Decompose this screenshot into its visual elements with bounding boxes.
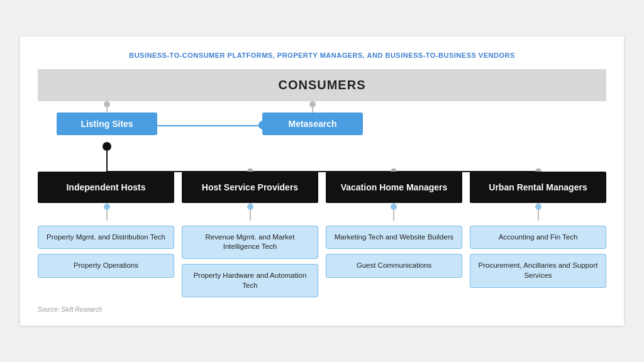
metasearch-box: Metasearch bbox=[262, 112, 363, 135]
diagram-card: BUSINESS-TO-CONSUMER PLATFORMS, PROPERTY… bbox=[20, 36, 624, 326]
meta-dot bbox=[258, 121, 267, 129]
col-independent-hosts: Property Mgmt. and Distribution Tech Pro… bbox=[38, 226, 174, 297]
source-label: Source: Skift Research bbox=[38, 306, 606, 313]
col-vacation-home: Marketing Tech and Website Builders Gues… bbox=[326, 226, 462, 297]
svg-point-1 bbox=[104, 101, 110, 107]
urban-rental-managers-box: Urban Rental Managers bbox=[470, 172, 606, 203]
col-urban-rental: Accounting and Fin Tech Procurement, Anc… bbox=[470, 226, 606, 297]
consumers-bar: CONSUMERS bbox=[38, 69, 606, 101]
independent-hosts-box: Independent Hosts bbox=[38, 172, 174, 203]
card-marketing-tech: Marketing Tech and Website Builders bbox=[326, 226, 462, 250]
listing-sites-box: Listing Sites bbox=[57, 112, 157, 135]
four-boxes-row: Independent Hosts Host Service Providers… bbox=[38, 172, 606, 203]
svg-point-17 bbox=[247, 204, 253, 210]
blue-cards-section: Property Mgmt. and Distribution Tech Pro… bbox=[38, 226, 606, 297]
svg-point-4 bbox=[103, 142, 111, 151]
svg-point-15 bbox=[104, 204, 110, 210]
card-property-operations: Property Operations bbox=[38, 254, 174, 278]
card-property-hardware: Property Hardware and Automation Tech bbox=[182, 264, 318, 297]
svg-point-19 bbox=[391, 204, 397, 210]
card-property-mgmt: Property Mgmt. and Distribution Tech bbox=[38, 226, 174, 250]
svg-point-3 bbox=[309, 101, 316, 107]
vacation-home-managers-box: Vacation Home Managers bbox=[326, 172, 462, 203]
card-accounting: Accounting and Fin Tech bbox=[470, 226, 606, 250]
card-guest-comms: Guest Communications bbox=[326, 254, 462, 278]
col-host-service: Revenue Mgmt. and Market Intelligence Te… bbox=[182, 226, 318, 297]
svg-point-21 bbox=[535, 204, 541, 210]
diagram-title: BUSINESS-TO-CONSUMER PLATFORMS, PROPERTY… bbox=[38, 52, 606, 59]
host-service-providers-box: Host Service Providers bbox=[182, 172, 318, 203]
card-revenue-mgmt: Revenue Mgmt. and Market Intelligence Te… bbox=[182, 226, 318, 259]
card-procurement: Procurement, Ancillaries and Support Ser… bbox=[470, 254, 606, 287]
bottom-connectors-svg bbox=[38, 203, 606, 226]
listing-meta-line bbox=[157, 125, 262, 126]
